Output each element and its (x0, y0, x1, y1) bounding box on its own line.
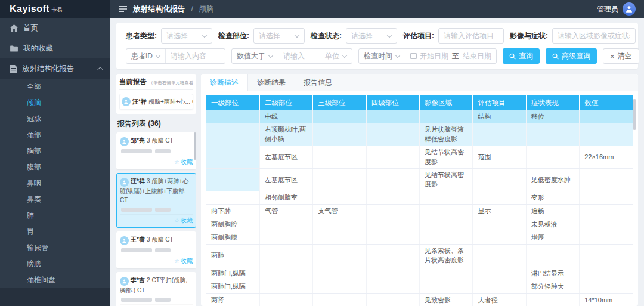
table-cell[interactable] (526, 293, 579, 306)
table-cell[interactable]: 两侧胸腔 (206, 218, 259, 231)
filter-select[interactable]: 请选择 (161, 28, 212, 44)
table-scrollbar[interactable] (633, 99, 636, 130)
table-cell[interactable]: 支气管 (313, 205, 366, 218)
table-cell[interactable]: 见片状脑脊液样低密度影 (420, 123, 473, 146)
table-cell[interactable] (313, 191, 366, 204)
sidebar-subitem-10[interactable]: 输尿管 (0, 240, 110, 256)
sidebar-subitem-8[interactable]: 肺 (0, 208, 110, 224)
report-card-3[interactable]: 李*吉2CT平扫(颅脑,胸部.) CT☆收藏 (116, 272, 196, 306)
clear-button[interactable]: × 清空 (603, 48, 639, 64)
table-cell[interactable] (313, 168, 366, 191)
sidebar-item-structured-report[interactable]: 放射结构化报告 (0, 58, 110, 79)
table-cell[interactable] (473, 123, 526, 146)
user-box[interactable]: 管理员 (597, 0, 644, 18)
sidebar-subitem-12[interactable]: 颈椎间盘 (0, 272, 110, 288)
table-cell[interactable]: 左基底节区 (259, 168, 312, 191)
table-cell[interactable]: 未见积液 (526, 218, 579, 231)
report-card-2[interactable]: 王*睿3颅脑 CT☆收藏 (116, 231, 196, 268)
table-cell[interactable] (580, 218, 633, 231)
table-cell[interactable] (580, 245, 633, 267)
table-cell[interactable] (313, 280, 366, 293)
table-cell[interactable] (420, 218, 473, 231)
user-avatar[interactable] (623, 2, 636, 16)
sidebar-subitem-2[interactable]: 冠脉 (0, 111, 110, 127)
favorite-link[interactable]: ☆收藏 (120, 156, 193, 166)
table-cell[interactable] (206, 191, 259, 204)
sidebar-subitem-4[interactable]: 胸部 (0, 143, 110, 159)
sidebar-subitem-5[interactable]: 腹部 (0, 159, 110, 175)
table-cell[interactable]: 两肾 (206, 293, 259, 306)
filter-select[interactable]: 请选择 (253, 28, 305, 44)
unit-select[interactable]: 单位 (320, 49, 352, 63)
table-cell[interactable]: 两肺门,纵隔 (206, 267, 259, 280)
table-cell[interactable]: 22×16mm (580, 146, 633, 169)
table-cell[interactable] (420, 191, 473, 204)
table-cell[interactable] (473, 267, 526, 280)
list-scrollbar[interactable] (194, 132, 196, 160)
table-cell[interactable] (473, 245, 526, 267)
table-cell[interactable] (366, 146, 419, 169)
table-cell[interactable] (420, 231, 473, 244)
table-cell[interactable] (313, 245, 366, 267)
table-cell[interactable] (313, 110, 366, 123)
table-cell[interactable] (580, 205, 633, 218)
table-cell[interactable] (366, 168, 419, 191)
table-cell[interactable] (366, 123, 419, 146)
filter-input[interactable]: 请输入区域影像或症状表现 (552, 28, 636, 44)
table-cell[interactable] (366, 231, 419, 244)
table-cell[interactable] (420, 205, 473, 218)
table-cell[interactable]: 见低密度水肿 (526, 168, 579, 191)
sidebar-item-favorites[interactable]: 我的收藏 (0, 38, 110, 58)
report-card-1[interactable]: 汪*祥3颅脑+两肺+心脏(纵隔)+上腹部+下腹部 CT☆收藏 (116, 173, 196, 228)
table-cell[interactable] (206, 146, 259, 169)
table-cell[interactable]: 中线 (259, 110, 312, 123)
table-cell[interactable]: 见致密影 (420, 293, 473, 306)
sidebar-subitem-7[interactable]: 鼻窦 (0, 191, 110, 208)
table-cell[interactable] (259, 293, 312, 306)
table-cell[interactable]: 结构 (473, 110, 526, 123)
table-cell[interactable] (580, 280, 633, 293)
patient-id-input[interactable]: 请输入内容 (165, 49, 225, 63)
table-cell[interactable] (313, 293, 366, 306)
value-input[interactable]: 请输入 (278, 49, 320, 63)
table-cell[interactable] (420, 267, 473, 280)
favorite-link[interactable]: ☆收藏 (120, 255, 193, 265)
sidebar-item-home[interactable]: 首页 (0, 18, 110, 38)
favorite-link[interactable]: ☆收藏 (120, 214, 193, 225)
sidebar-subitem-3[interactable]: 颈部 (0, 127, 110, 143)
table-cell[interactable] (473, 218, 526, 231)
table-cell[interactable]: 大者径 (473, 293, 526, 306)
table-cell[interactable] (366, 280, 419, 293)
sidebar-subitem-9[interactable]: 胃 (0, 224, 110, 240)
table-cell[interactable]: 移位 (526, 110, 579, 123)
table-cell[interactable] (366, 293, 419, 306)
table-cell[interactable] (313, 231, 366, 244)
table-cell[interactable] (206, 123, 259, 146)
table-cell[interactable] (259, 218, 312, 231)
table-cell[interactable] (526, 123, 579, 146)
value-compare-select[interactable]: 数值大于 (232, 49, 278, 63)
tab-2[interactable]: 报告信息 (295, 74, 341, 91)
table-cell[interactable] (473, 231, 526, 244)
table-cell[interactable] (473, 168, 526, 191)
tab-1[interactable]: 诊断结果 (248, 74, 295, 91)
table-cell[interactable] (366, 245, 419, 267)
table-cell[interactable] (580, 267, 633, 280)
table-cell[interactable] (366, 110, 419, 123)
table-cell[interactable] (580, 168, 633, 191)
table-cell[interactable]: 显示 (473, 205, 526, 218)
table-cell[interactable] (420, 110, 473, 123)
table-cell[interactable]: 见条索状、条片状高密度影 (420, 245, 473, 267)
patient-id-select[interactable]: 患者ID (126, 49, 165, 63)
search-button[interactable]: 查询 (503, 48, 540, 64)
filter-input[interactable]: 请输入评估项目 (438, 28, 504, 44)
table-cell[interactable] (259, 267, 312, 280)
table-cell[interactable] (206, 110, 259, 123)
tab-0[interactable]: 诊断描述 (201, 74, 248, 91)
table-cell[interactable] (259, 245, 312, 267)
breadcrumb-root[interactable]: 放射结构化报告 (133, 4, 185, 14)
table-cell[interactable]: 两侧胸膜 (206, 231, 259, 244)
table-cell[interactable]: 增厚 (526, 231, 579, 244)
table-cell[interactable] (420, 280, 473, 293)
table-cell[interactable] (366, 218, 419, 231)
